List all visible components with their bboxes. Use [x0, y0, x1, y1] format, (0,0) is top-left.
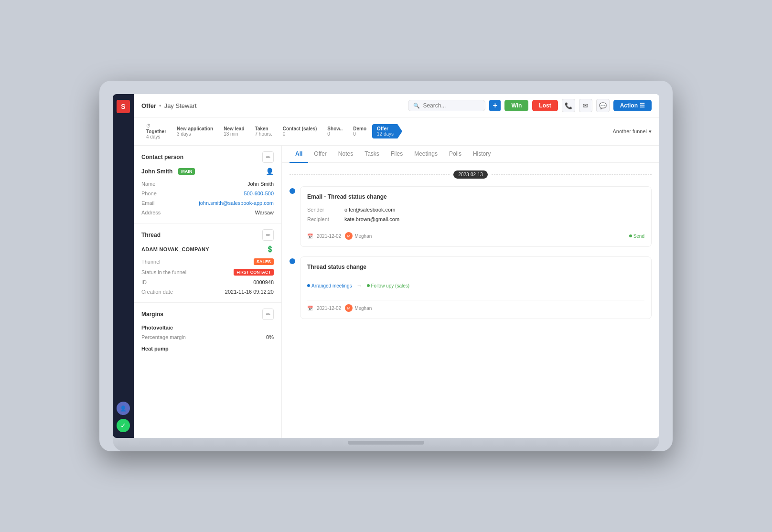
thread-edit-button[interactable]: ✏ — [262, 229, 274, 241]
contact-section-title: Contact person — [141, 154, 183, 160]
main-content: Offer • Jay Stewart 🔍 + Win Lost 📞 ✉ — [134, 94, 659, 438]
field-id: ID 0000948 — [141, 277, 274, 287]
funnel-step-new-app[interactable]: New application 3 days — [172, 124, 218, 138]
breadcrumb-offer: Offer — [141, 102, 156, 109]
margins-section-title: Margins — [141, 311, 163, 318]
activity-item-thread: Thread status change Arranged meetings → — [290, 256, 652, 319]
funnel-another[interactable]: Another funnel ▾ — [612, 128, 652, 135]
lost-button[interactable]: Lost — [532, 100, 558, 111]
thread-activity-title: Thread status change — [307, 264, 644, 270]
divider-line-right — [492, 174, 652, 175]
field-name: Name John Smith — [141, 179, 274, 189]
person-icon: 👤 — [266, 168, 274, 175]
action-button[interactable]: Action ☰ — [613, 100, 652, 111]
sales-badge: SALES — [254, 258, 274, 265]
funnel-step-contact[interactable]: Contact (sales) 0 — [278, 124, 322, 138]
clock-icon: ⏱ — [146, 123, 166, 128]
margins-section-header: Margins ✏ — [141, 309, 274, 320]
recipient-row: Recipient kate.brown@gmail.com — [307, 216, 644, 222]
thread-footer-left: 📅 2021-12-02 M Meghan — [307, 304, 372, 312]
sender-row: Sender offer@salesbook.com — [307, 207, 644, 213]
search-input[interactable] — [423, 102, 480, 109]
thread-name-row: ADAM NOVAK_COMPANY 💲 — [141, 245, 274, 253]
win-button[interactable]: Win — [504, 100, 528, 111]
sidebar-logo[interactable]: S — [117, 100, 130, 113]
email-activity-title: Email - Thread status change — [307, 193, 644, 200]
thread-name: ADAM NOVAK_COMPANY — [141, 246, 209, 252]
thread-section-title: Thread — [141, 232, 161, 238]
breadcrumb-name: Jay Stewart — [164, 102, 197, 109]
tab-notes[interactable]: Notes — [332, 146, 359, 163]
margins-edit-button[interactable]: ✏ — [262, 309, 274, 320]
whatsapp-icon[interactable]: ✓ — [117, 419, 130, 432]
field-address: Address Warsaw — [141, 208, 274, 217]
meghan-avatar: M — [345, 232, 353, 240]
activity-dot-2 — [290, 258, 295, 264]
thread-footer: 📅 2021-12-02 M Meghan — [307, 300, 644, 312]
thread-author: M Meghan — [345, 304, 372, 312]
funnel-step-together[interactable]: ⏱ Together 4 days — [141, 121, 171, 141]
contact-section: Contact person ✏ John Smith MAIN 👤 — [134, 151, 281, 223]
calendar-icon-2: 📅 — [307, 306, 313, 311]
main-badge: MAIN — [178, 168, 195, 175]
field-thunnel: Thunnel SALES — [141, 256, 274, 267]
funnel-step-demo[interactable]: Demo 0 — [348, 124, 371, 138]
meghan-avatar-2: M — [345, 304, 353, 312]
photovoltaic-title: Photovoltaic — [141, 325, 274, 330]
breadcrumb-separator: • — [159, 102, 161, 109]
content-area: Contact person ✏ John Smith MAIN 👤 — [134, 146, 659, 438]
phone-value[interactable]: 500-600-500 — [244, 191, 274, 196]
funnel-bar: ⏱ Together 4 days New application 3 days… — [134, 117, 659, 146]
topbar: Offer • Jay Stewart 🔍 + Win Lost 📞 ✉ — [134, 94, 659, 117]
tab-offer[interactable]: Offer — [308, 146, 332, 163]
contact-section-header: Contact person ✏ — [141, 151, 274, 163]
send-status: Send — [629, 234, 644, 239]
divider-line-left — [290, 174, 450, 175]
tabs-bar: All Offer Notes Tasks Files Meetings Pol… — [282, 146, 659, 163]
sidebar: S 👤 ✓ — [113, 94, 134, 438]
offer-step-label: Offer — [377, 126, 394, 131]
field-status-funnel: Status in the funnel FIRST CONTACT — [141, 267, 274, 277]
email-footer-left: 📅 2021-12-02 M Meghan — [307, 232, 372, 240]
funnel-step-offer[interactable]: Offer 12 days — [372, 124, 402, 138]
follow-dot — [367, 284, 370, 287]
funnel-step-show[interactable]: Show.. 0 — [322, 124, 347, 138]
arrow-icon: → — [357, 283, 362, 288]
tab-all[interactable]: All — [290, 146, 308, 163]
phone-icon-btn[interactable]: 📞 — [562, 99, 575, 112]
email-footer: 📅 2021-12-02 M Meghan — [307, 228, 644, 240]
date-divider: 2023-02-13 — [290, 170, 652, 179]
add-button[interactable]: + — [489, 100, 501, 111]
tab-history[interactable]: History — [467, 146, 496, 163]
topbar-right: 🔍 + Win Lost 📞 ✉ 💬 Action ☰ — [408, 99, 652, 112]
contact-name: John Smith — [141, 168, 172, 175]
user-avatar[interactable]: 👤 — [117, 402, 130, 415]
chat-icon-btn[interactable]: 💬 — [596, 99, 610, 112]
tab-meetings[interactable]: Meetings — [408, 146, 443, 163]
tab-files[interactable]: Files — [385, 146, 408, 163]
left-panel: Contact person ✏ John Smith MAIN 👤 — [134, 146, 282, 438]
send-dot — [629, 234, 632, 237]
first-contact-badge: FIRST CONTACT — [234, 269, 274, 276]
email-value[interactable]: john.smith@salesbook-app.com — [199, 200, 274, 206]
activity-card-email: Email - Thread status change Sender offe… — [300, 186, 652, 247]
laptop-frame: S 👤 ✓ Offer • Jay Stewart 🔍 — [99, 81, 673, 451]
contact-name-row: John Smith MAIN 👤 — [141, 168, 274, 175]
chevron-down-icon: ▾ — [649, 128, 652, 135]
funnel-step-taken[interactable]: Taken 7 hours. — [250, 124, 277, 138]
calendar-icon: 📅 — [307, 234, 313, 239]
status-follow: Follow upy (sales) — [367, 283, 410, 288]
contact-edit-button[interactable]: ✏ — [262, 151, 274, 163]
tab-tasks[interactable]: Tasks — [359, 146, 385, 163]
field-percentage-margin: Percentage margin 0% — [141, 332, 274, 342]
field-phone: Phone 500-600-500 — [141, 189, 274, 198]
field-email: Email john.smith@salesbook-app.com — [141, 198, 274, 208]
search-box[interactable]: 🔍 — [408, 100, 485, 111]
funnel-step-new-lead[interactable]: New lead 13 min — [219, 124, 249, 138]
right-panel: All Offer Notes Tasks Files Meetings Pol… — [282, 146, 659, 438]
laptop-screen: S 👤 ✓ Offer • Jay Stewart 🔍 — [113, 94, 659, 438]
date-badge: 2023-02-13 — [453, 170, 487, 179]
mail-icon-btn[interactable]: ✉ — [579, 99, 592, 112]
laptop-base — [113, 438, 659, 451]
tab-polls[interactable]: Polls — [443, 146, 467, 163]
